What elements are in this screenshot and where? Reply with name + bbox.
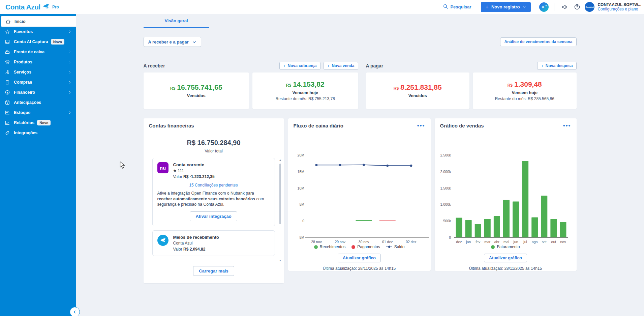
pending-reconciliations-link[interactable]: 15 Conciliações pendentes	[157, 183, 270, 188]
svg-text:abr: abr	[494, 240, 499, 244]
sidebar-collapse-button[interactable]	[70, 307, 80, 316]
load-more-button[interactable]: Carregar mais	[193, 266, 234, 276]
new-record-label: Novo registro	[491, 4, 520, 9]
sidebar-item-servicos[interactable]: Serviços	[0, 67, 76, 77]
cashflow-chart: 20M15M10M5M0-5M28 nov29 nov30 nov01 dez0…	[288, 133, 431, 244]
contaazul-logo	[157, 235, 168, 246]
open-finance-description: Ative a integração Open Finance com o Nu…	[157, 191, 270, 207]
more-options-button[interactable]: •••	[417, 124, 425, 127]
brand-logo[interactable]: Conta Azul Pro	[0, 3, 76, 11]
svg-text:out: out	[551, 240, 556, 244]
sidebar-item-label: Estoque	[14, 110, 30, 115]
svg-text:mai: mai	[503, 240, 509, 244]
svg-text:-5M: -5M	[298, 235, 304, 239]
svg-text:0: 0	[449, 235, 451, 239]
refresh-sales-chart-button[interactable]: Atualizar gráfico	[484, 254, 527, 262]
sidebar-item-label: Conta AI Captura	[14, 39, 48, 44]
account-settings-link[interactable]: Configurações e plano	[597, 7, 641, 11]
sales-chart-panel: Gráfico de vendas ••• 2.500k2.000k1.500k…	[435, 118, 577, 271]
weekly-due-analysis-button[interactable]: Análise de vencimentos da semana	[500, 37, 576, 46]
chevron-right-icon	[68, 90, 72, 94]
sidebar-item-integracoes[interactable]: Integrações	[0, 128, 76, 138]
svg-text:15M: 15M	[297, 170, 304, 174]
accounts-scrollbar[interactable]: ▲ ▼	[279, 159, 282, 262]
new-expense-button[interactable]: +Nova despesa	[537, 62, 576, 70]
app-root: Conta Azul Pro Pesquisar + Novo registro…	[0, 0, 644, 316]
svg-text:01 dez: 01 dez	[382, 240, 393, 244]
receivables-overdue-card: R$16.755.741,65 Vencidos	[144, 73, 249, 109]
svg-text:nov: nov	[560, 240, 566, 244]
green-dot-icon	[314, 245, 318, 249]
sidebar-item-compras[interactable]: Compras	[0, 77, 76, 87]
svg-text:jan: jan	[466, 240, 471, 244]
account-avatar[interactable]: ContaAzul	[585, 2, 594, 12]
svg-text:500k: 500k	[443, 219, 451, 223]
chevron-right-icon	[68, 50, 72, 54]
more-options-button[interactable]: •••	[563, 124, 571, 127]
svg-text:28 nov: 28 nov	[311, 240, 322, 244]
scrollbar-thumb[interactable]	[279, 164, 281, 224]
new-record-button[interactable]: + Novo registro	[481, 2, 531, 12]
brand-leaf-icon	[43, 3, 49, 11]
svg-text:$: $	[7, 102, 8, 104]
svg-text:jul: jul	[523, 240, 527, 244]
star-icon: ★	[173, 168, 177, 173]
sidebar-item-relatorios[interactable]: Relatórios Novo	[0, 118, 76, 128]
plus-icon: +	[327, 63, 330, 68]
receivables-title: A receber	[144, 63, 165, 68]
new-charge-button[interactable]: +Nova cobrança	[279, 62, 320, 70]
svg-text:20M: 20M	[297, 153, 304, 157]
cashflow-panel-title: Fluxo de caixa diário	[294, 123, 343, 128]
legend-saldo: Saldo	[386, 245, 405, 249]
card-label: Vencidos	[187, 93, 206, 98]
chevron-left-icon	[73, 310, 77, 314]
account-bank: Conta Azul	[173, 241, 219, 246]
sidebar-item-financeiro[interactable]: $ Financeiro	[0, 87, 76, 97]
sidebar-item-frente-de-caixa[interactable]: Frente de caixa	[0, 47, 76, 57]
services-hand-icon	[5, 69, 10, 75]
account-number: ★ 111	[173, 168, 215, 173]
svg-text:02 dez: 02 dez	[406, 240, 417, 244]
overdue-receivables-value: 16.755.741,65	[177, 83, 222, 91]
search-icon	[443, 4, 448, 10]
receivables-payables-dropdown[interactable]: A receber e a pagar	[144, 37, 201, 47]
sidebar-item-antecipacoes[interactable]: $ Antecipações	[0, 97, 76, 108]
svg-text:fev: fev	[476, 240, 481, 244]
chevron-down-icon	[522, 5, 526, 9]
chevron-right-icon	[68, 111, 72, 115]
sidebar-item-label: Serviços	[14, 70, 31, 75]
activate-integration-button[interactable]: Ativar integração	[190, 211, 237, 221]
help-button[interactable]	[573, 3, 581, 11]
sales-panel-title: Gráfico de vendas	[440, 123, 484, 128]
tab-visao-geral[interactable]: Visão geral	[144, 14, 209, 28]
sidebar-item-estoque[interactable]: Estoque	[0, 108, 76, 118]
sidebar-item-conta-ai-captura[interactable]: Conta AI Captura Novo	[0, 37, 76, 47]
pro-badge: Pro	[52, 5, 59, 9]
account-name: Meios de recebimento	[173, 235, 219, 240]
card-label: Vencem hoje	[512, 90, 538, 95]
novo-badge: Novo	[37, 120, 51, 125]
scroll-down-arrow[interactable]: ▼	[279, 259, 282, 262]
account-name: CONTAAZUL SOFTW...	[597, 3, 641, 7]
accounts-list: nu Conta corrente ★ 111 Valor R$ -1.223.…	[144, 158, 284, 263]
storefront-icon	[5, 59, 10, 65]
accounts-panel-title: Contas financeiras	[149, 123, 194, 128]
account-menu[interactable]: CONTAAZUL SOFTW... Configurações e plano	[597, 3, 641, 11]
daily-cashflow-panel: Fluxo de caixa diário ••• 20M15M10M5M0-5…	[288, 118, 431, 271]
sidebar-item-favoritos[interactable]: Favoritos	[0, 27, 76, 37]
svg-text:mar: mar	[484, 240, 491, 244]
legend-pagamentos: Pagamentos	[351, 245, 380, 249]
announcements-button[interactable]	[560, 3, 569, 11]
sidebar-item-produtos[interactable]: Produtos	[0, 57, 76, 67]
search-button[interactable]: Pesquisar	[443, 4, 471, 10]
scroll-up-arrow[interactable]: ▲	[279, 159, 282, 162]
sidebar-item-inicio[interactable]: Início	[1, 16, 76, 27]
main-area: Visão geral A receber e a pagar Análise …	[76, 14, 644, 316]
new-sale-button[interactable]: +Nova venda	[324, 62, 358, 70]
svg-text:1.000k: 1.000k	[440, 202, 451, 206]
refresh-cashflow-chart-button[interactable]: Atualizar gráfico	[338, 254, 381, 262]
chevron-right-icon	[68, 70, 72, 74]
account-balance: Valor R$ 2.094,82	[173, 247, 219, 252]
ai-assistant-button[interactable]: ✦✦	[539, 2, 549, 12]
sidebar-item-label: Favoritos	[14, 29, 33, 34]
